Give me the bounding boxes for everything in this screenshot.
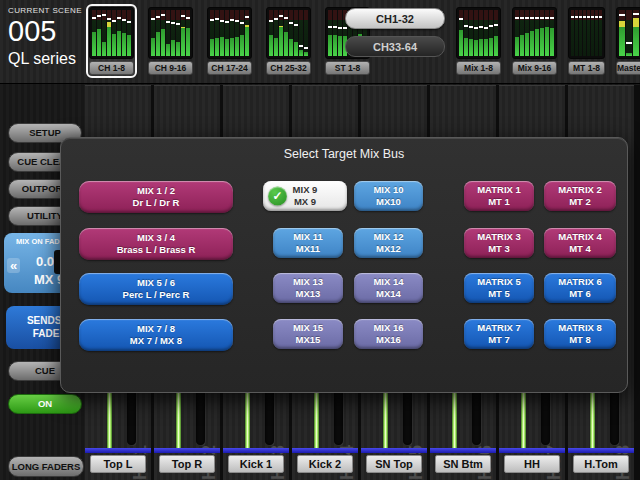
bus-name: MATRIX 1 (464, 184, 534, 196)
bus-custom-name: MT 7 (464, 334, 534, 346)
bus-name: MIX 12 (354, 231, 423, 243)
meter-block-ch-9-16[interactable]: CH 9-16 (145, 4, 196, 78)
bus-custom-name: MT 3 (464, 243, 534, 255)
bus-name: MIX 11 (273, 231, 343, 243)
channel-color-bar (568, 448, 634, 453)
level-meters (616, 7, 640, 59)
mix-bus-button-matrix-3[interactable]: MATRIX 3MT 3 (464, 228, 534, 258)
console-series-label: QL series (8, 50, 88, 68)
meter-bank-label: Master (616, 61, 640, 75)
bus-custom-name: MX10 (354, 196, 423, 208)
mix-bus-button-mix-9[interactable]: ✓MIX 9MX 9 (263, 181, 347, 211)
channel-color-bar (223, 448, 289, 453)
meter-block-mix-9-16[interactable]: Mix 9-16 (509, 4, 560, 78)
bus-name: MATRIX 5 (464, 276, 534, 288)
level-meters (266, 7, 311, 59)
meter-bank-label: MT 1-8 (568, 61, 605, 75)
channel-name-label[interactable]: HH (504, 455, 560, 473)
meter-bank-label: CH 9-16 (148, 61, 193, 75)
bus-name: MATRIX 4 (544, 231, 616, 243)
select-target-mix-bus-dialog: Select Target Mix Bus MIX 1 / 2Dr L / Dr… (60, 137, 628, 393)
bus-custom-name: MT 4 (544, 243, 616, 255)
mix-bus-button-mix-7-8[interactable]: MIX 7 / 8MX 7 / MX 8 (79, 319, 233, 351)
collapse-chevron-icon[interactable]: « (7, 258, 20, 273)
channel-color-bar (430, 448, 496, 453)
channel-name-label[interactable]: SN Top (366, 455, 422, 473)
mix-level-value: 0.0 (36, 254, 54, 269)
bus-custom-name: MX14 (354, 288, 423, 300)
meter-block-ch-25-32[interactable]: CH 25-32 (263, 4, 314, 78)
meter-bank-group-right: Mix 1-8Mix 9-16MT 1-8Master (453, 4, 640, 78)
current-scene-label: CURRENT SCENE (8, 6, 88, 15)
bus-custom-name: Brass L / Brass R (79, 244, 233, 256)
meter-block-ch-17-24[interactable]: CH 17-24 (204, 4, 255, 78)
mix-bus-button-matrix-2[interactable]: MATRIX 2MT 2 (544, 181, 616, 211)
meter-bank-label: Mix 1-8 (456, 61, 501, 75)
bus-name: MIX 14 (354, 276, 423, 288)
meter-bank-label: ST 1-8 (325, 61, 370, 75)
mix-bus-button-mix-1-2[interactable]: MIX 1 / 2Dr L / Dr R (79, 181, 233, 213)
mix-bus-button-matrix-6[interactable]: MATRIX 6MT 6 (544, 273, 616, 303)
selected-check-icon: ✓ (268, 187, 287, 206)
mix-bus-button-matrix-5[interactable]: MATRIX 5MT 5 (464, 273, 534, 303)
mix-bus-button-matrix-1[interactable]: MATRIX 1MT 1 (464, 181, 534, 211)
meter-bank-label: Mix 9-16 (512, 61, 557, 75)
mix-bus-button-matrix-7[interactable]: MATRIX 7MT 7 (464, 319, 534, 349)
mix-bus-button-mix-5-6[interactable]: MIX 5 / 6Perc L / Perc R (79, 273, 233, 305)
meter-block-master[interactable]: Master (613, 4, 640, 78)
mix-bus-button-mix-12[interactable]: MIX 12MX12 (354, 228, 423, 258)
bus-name: MIX 3 / 4 (79, 232, 233, 244)
bus-custom-name: MX16 (354, 334, 423, 346)
mix-bus-button-mix-16[interactable]: MIX 16MX16 (354, 319, 423, 349)
mix-bus-button-mix-11[interactable]: MIX 11MX11 (273, 228, 343, 258)
meter-block-mt-1-8[interactable]: MT 1-8 (565, 4, 608, 78)
channel-name-label[interactable]: Kick 1 (228, 455, 284, 473)
mix-bus-button-mix-15[interactable]: MIX 15MX15 (273, 319, 343, 349)
meter-bank-label: CH 25-32 (266, 61, 311, 75)
channel-name-label[interactable]: Top R (159, 455, 215, 473)
mix-bus-button-matrix-8[interactable]: MATRIX 8MT 8 (544, 319, 616, 349)
level-meters (568, 7, 605, 59)
level-meters (148, 7, 193, 59)
bus-custom-name: MX11 (273, 243, 343, 255)
mix-bus-button-mix-10[interactable]: MIX 10MX10 (354, 181, 423, 211)
level-meters (456, 7, 501, 59)
channel-name-label[interactable]: Kick 2 (297, 455, 353, 473)
scene-number: 005 (8, 15, 88, 48)
channel-name-label[interactable]: SN Btm (435, 455, 491, 473)
bus-name: MIX 16 (354, 322, 423, 334)
meter-bank-group-left: CH 1-8CH 9-16CH 17-24CH 25-32ST 1-8 (86, 4, 373, 78)
channel-color-bar (292, 448, 358, 453)
bank-button-ch33-64[interactable]: CH33-64 (345, 36, 445, 57)
channel-color-bar (85, 448, 151, 453)
meter-block-ch-1-8[interactable]: CH 1-8 (86, 4, 137, 78)
bus-name: MIX 7 / 8 (79, 323, 233, 335)
stagemix-app: CH01Top LCH02Top RCH03Kick 1CH04Kick 2CH… (0, 0, 640, 480)
level-meters (512, 7, 557, 59)
bus-name: MATRIX 6 (544, 276, 616, 288)
mix-bus-button-mix-13[interactable]: MIX 13MX13 (273, 273, 343, 303)
channel-name-label[interactable]: Top L (90, 455, 146, 473)
bank-button-ch1-32[interactable]: CH1-32 (345, 8, 445, 29)
on-button[interactable]: ON (8, 394, 82, 414)
mix-bus-button-mix-14[interactable]: MIX 14MX14 (354, 273, 423, 303)
bus-name: MATRIX 3 (464, 231, 534, 243)
bus-custom-name: MX15 (273, 334, 343, 346)
level-meters (89, 7, 134, 59)
channel-name-label[interactable]: H.Tom (573, 455, 629, 473)
bus-custom-name: MX13 (273, 288, 343, 300)
dialog-title: Select Target Mix Bus (61, 147, 627, 161)
bus-name: MATRIX 7 (464, 322, 534, 334)
mix-bus-button-mix-3-4[interactable]: MIX 3 / 4Brass L / Brass R (79, 228, 233, 260)
bus-custom-name: MX12 (354, 243, 423, 255)
top-bar: CURRENT SCENE 005 QL series CH 1-8CH 9-1… (0, 0, 640, 84)
scene-display[interactable]: CURRENT SCENE 005 QL series (8, 6, 88, 68)
meter-bank-label: CH 1-8 (89, 61, 134, 75)
bus-custom-name: MT 1 (464, 196, 534, 208)
bus-name: MIX 13 (273, 276, 343, 288)
long-faders-button[interactable]: LONG FADERS (8, 456, 84, 477)
meter-block-mix-1-8[interactable]: Mix 1-8 (453, 4, 504, 78)
mix-bus-button-matrix-4[interactable]: MATRIX 4MT 4 (544, 228, 616, 258)
bus-name: MIX 5 / 6 (79, 277, 233, 289)
bus-name: MIX 1 / 2 (79, 185, 233, 197)
